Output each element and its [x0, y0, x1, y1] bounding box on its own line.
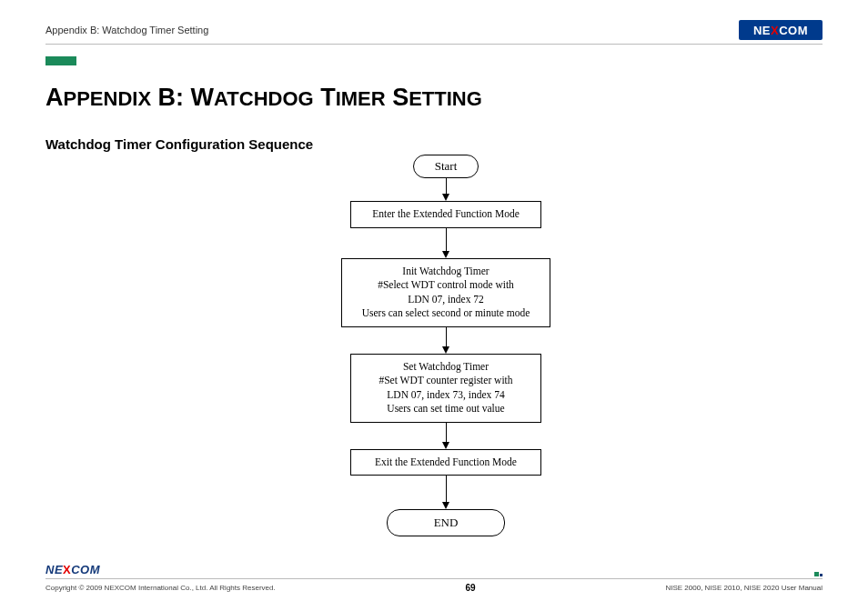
- accent-bar: [45, 56, 76, 65]
- brand-logo-bottom: NEXCOM: [45, 563, 100, 576]
- flowchart-step-3-line-1: Set Watchdog Timer: [403, 361, 489, 372]
- footer-copyright: Copyright © 2009 NEXCOM International Co…: [45, 584, 276, 592]
- flowchart-step-1: Enter the Extended Function Mode: [350, 201, 541, 228]
- page-number: 69: [452, 583, 489, 593]
- page-title: APPENDIX B: WATCHDOG TIMER SETTING: [45, 84, 482, 112]
- flowchart-step-2-line-2: #Select WDT control mode with: [378, 279, 514, 290]
- flowchart-step-4: Exit the Extended Function Mode: [350, 449, 541, 476]
- logo-text-pre: NE: [753, 24, 771, 37]
- logo-text-post: COM: [71, 563, 100, 576]
- logo-text-post: COM: [779, 24, 808, 37]
- flowchart-step-2-line-1: Init Watchdog Timer: [402, 265, 489, 276]
- footer-manual-name: NISE 2000, NISE 2010, NISE 2020 User Man…: [665, 584, 823, 592]
- footer-decoration-icon: [814, 572, 823, 576]
- flowchart-step-3-line-3: LDN 07, index 73, index 74: [387, 389, 504, 400]
- flowchart-step-2: Init Watchdog Timer #Select WDT control …: [341, 258, 550, 327]
- flowchart-step-3-line-2: #Set WDT counter register with: [378, 375, 512, 386]
- flowchart-end-node: END: [387, 509, 505, 536]
- flowchart-arrow: [442, 228, 449, 258]
- flowchart-step-2-line-3: LDN 07, index 72: [408, 294, 484, 305]
- logo-text-x: X: [63, 563, 71, 576]
- flowchart-start-node: Start: [413, 155, 479, 178]
- flowchart-step-2-line-4: Users can select second or minute mode: [362, 307, 530, 318]
- flowchart-arrow: [442, 423, 449, 449]
- flowchart-arrow: [442, 476, 449, 509]
- flowchart: Start Enter the Extended Function Mode I…: [337, 155, 555, 536]
- logo-text-pre: NE: [45, 563, 63, 576]
- section-title: Watchdog Timer Configuration Sequence: [45, 136, 313, 152]
- logo-text-x: X: [771, 24, 779, 37]
- flowchart-arrow: [442, 178, 449, 201]
- page-footer: NEXCOM Copyright © 2009 NEXCOM Internati…: [45, 563, 823, 593]
- flowchart-arrow: [442, 327, 449, 354]
- flowchart-step-3: Set Watchdog Timer #Set WDT counter regi…: [350, 354, 541, 423]
- brand-logo-top: NEXCOM: [739, 20, 823, 40]
- header-breadcrumb: Appendix B: Watchdog Timer Setting: [45, 25, 208, 35]
- header-divider: [45, 44, 823, 45]
- footer-divider: [45, 578, 823, 579]
- flowchart-step-3-line-4: Users can set time out value: [387, 403, 504, 414]
